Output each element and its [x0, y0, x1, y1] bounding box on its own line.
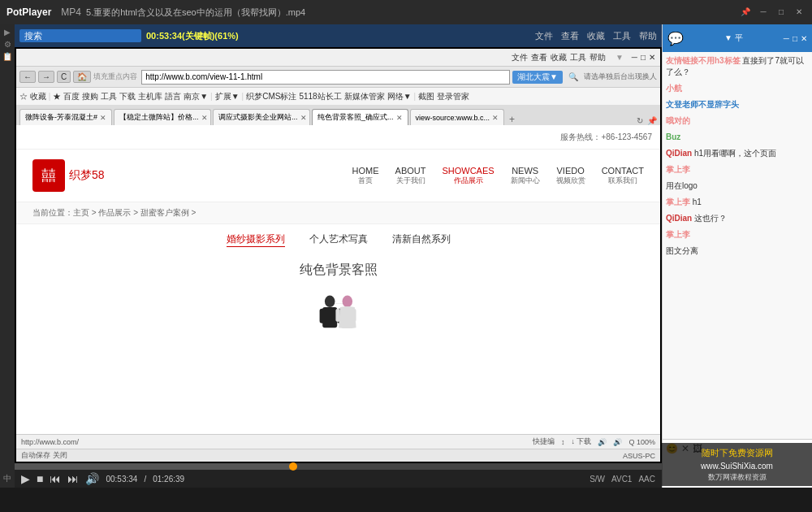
status-vol1[interactable]: 🔊	[598, 438, 607, 446]
tab-refresh-icon[interactable]: ↻	[637, 116, 643, 125]
chat-close[interactable]: ✕	[801, 34, 807, 43]
menu-news[interactable]: NEWS 新闻中心	[511, 166, 540, 186]
status-vol2[interactable]: 🔊	[613, 438, 622, 446]
browser-minimize[interactable]: ─	[632, 53, 637, 62]
menu-about[interactable]: ABOUT 关于我们	[395, 166, 426, 186]
browser-close[interactable]: ✕	[649, 53, 655, 62]
bm-baidu[interactable]: ★ 百度	[53, 91, 80, 102]
next-btn[interactable]: ⏭	[67, 472, 79, 485]
bm-ext[interactable]: 扩展▼	[215, 91, 240, 102]
breadcrumb-text: 当前位置：主页 > 作品展示 > 甜蜜客户案例 >	[32, 208, 196, 217]
menu-tools[interactable]: 工具	[613, 30, 631, 42]
right-panel: 💬 ▼ 平 ─ □ ✕ 友情链接不用h3标签 直接到了7就可以了么？ 小航 文登…	[662, 24, 812, 488]
bm-network[interactable]: 网络▼	[387, 91, 412, 102]
tab-1[interactable]: 微阵设备-芳泰混凝土# ✕	[19, 109, 112, 125]
msg-user-4: Buz	[666, 132, 680, 141]
tab-5[interactable]: view-source:www.b.c... ✕	[410, 109, 505, 125]
tab-2[interactable]: 【稳定土微阵站】价格... ✕	[114, 109, 211, 125]
tab-3-label: 调应式摄影美企业网站...	[218, 112, 298, 123]
stop-btn[interactable]: ■	[37, 472, 43, 485]
bm-lang[interactable]: 語言	[165, 91, 181, 102]
subnav-portrait[interactable]: 个人艺术写真	[309, 232, 368, 247]
tab-pin-icon[interactable]: 📌	[647, 116, 657, 125]
browser-menu-tools[interactable]: 工具	[570, 52, 586, 63]
progress-dot[interactable]	[289, 462, 297, 471]
sidebar-icon-3[interactable]: 📋	[2, 52, 12, 61]
home-btn[interactable]: 🏠	[73, 71, 91, 83]
sidebar-icon-4[interactable]: 中	[3, 473, 11, 484]
browser-menu-view[interactable]: 查看	[531, 52, 547, 63]
go-button[interactable]: 湖北大震▼	[512, 71, 563, 84]
site-image-area	[16, 285, 660, 350]
bm-screenshot[interactable]: 截图	[418, 91, 434, 102]
menu-file[interactable]: 文件	[535, 30, 553, 42]
maximize-btn[interactable]: □	[775, 6, 788, 19]
msg-user-6: 掌上李	[666, 165, 690, 174]
tab-1-close[interactable]: ✕	[100, 114, 106, 122]
address-input[interactable]	[141, 70, 510, 85]
menu-showcases[interactable]: SHOWCAES 作品展示	[442, 166, 494, 186]
subnav-wedding[interactable]: 婚纱摄影系列	[227, 232, 285, 247]
back-btn[interactable]: ←	[19, 71, 36, 83]
bm-download[interactable]: 下载	[119, 91, 136, 102]
browser-menu-help[interactable]: 帮助	[590, 52, 606, 63]
site-logo: 囍 织梦58	[32, 159, 105, 192]
tab-4[interactable]: 纯色背景客照_确应式... ✕	[312, 109, 408, 125]
tab-5-close[interactable]: ✕	[492, 114, 499, 122]
chat-minimize[interactable]: ─	[784, 34, 789, 43]
forward-btn[interactable]: →	[38, 71, 54, 83]
browser-statusbar: http://www.b.com/ 快捷编 ↕ ↓ 下载 🔊 🔊 Q 100%	[16, 434, 660, 449]
tab-3[interactable]: 调应式摄影美企业网站... ✕	[213, 109, 310, 125]
chat-icon-left[interactable]: 💬	[667, 31, 684, 46]
status-download[interactable]: ↓ 下载	[571, 436, 591, 447]
bm-login[interactable]: 登录管家	[437, 91, 469, 102]
bm-nanjing[interactable]: 南京▼	[184, 91, 208, 102]
bm-5118[interactable]: 5118站长工	[299, 91, 341, 102]
progress-bar[interactable]	[15, 463, 662, 470]
close-btn[interactable]: ✕	[793, 6, 806, 19]
sidebar-icon-2[interactable]: ⚙	[4, 40, 11, 49]
bm-cms[interactable]: 织梦CMS标注	[246, 91, 296, 102]
browser-menu-file[interactable]: 文件	[512, 52, 528, 63]
minimize-btn[interactable]: ─	[757, 6, 770, 19]
sidebar-icon-1[interactable]: ▶	[4, 28, 11, 37]
browser-bookmarks: ☆ 收藏 | ★ 百度 搜购 工具 下载 主机库 語言 南京▼ | 扩展▼ | …	[16, 88, 660, 106]
menu-help[interactable]: 帮助	[639, 30, 657, 42]
menu-video[interactable]: VIEDO 视频欣赏	[556, 166, 585, 186]
menu-home[interactable]: HOME 首页	[352, 166, 379, 186]
site-hotline: 服务热线：+86-123-4567	[560, 132, 652, 143]
tab-4-close[interactable]: ✕	[396, 114, 403, 122]
menu-collect[interactable]: 收藏	[587, 30, 605, 42]
bm-host[interactable]: 主机库	[138, 91, 162, 102]
browser-tabs: 微阵设备-芳泰混凝土# ✕ 【稳定土微阵站】价格... ✕ 调应式摄影美企业网站…	[16, 106, 660, 125]
window-controls[interactable]: 📌 ─ □ ✕	[739, 6, 806, 19]
bm-collect[interactable]: ☆ 收藏	[19, 91, 46, 102]
bm-media[interactable]: 新媒体管家	[344, 91, 385, 102]
search-icon[interactable]: 🔍	[568, 72, 578, 81]
menu-about-cn: 关于我们	[395, 176, 426, 186]
chat-msg-11: 图文分离	[666, 245, 809, 257]
menu-contact[interactable]: CONTACT 联系我们	[602, 166, 644, 186]
menu-view[interactable]: 查看	[561, 30, 579, 42]
chat-msg-6: 掌上李	[666, 164, 809, 176]
status-shortcut[interactable]: 快捷编	[533, 436, 555, 447]
tab-3-close[interactable]: ✕	[300, 114, 307, 122]
status-arrows[interactable]: ↕	[561, 438, 565, 446]
prev-btn[interactable]: ⏮	[50, 472, 61, 485]
tab-2-close[interactable]: ✕	[201, 114, 208, 122]
chat-title: ▼ 平	[687, 33, 780, 44]
bm-search[interactable]: 搜购	[82, 91, 98, 102]
svg-rect-6	[335, 308, 339, 321]
browser-maximize[interactable]: □	[641, 53, 646, 62]
msg-user-9: QiDian	[666, 214, 692, 223]
toolbar-search-input[interactable]	[19, 29, 141, 42]
new-tab-btn[interactable]: +	[509, 114, 515, 125]
chat-maximize[interactable]: □	[793, 34, 797, 43]
subnav-natural[interactable]: 清新自然系列	[392, 232, 451, 247]
play-pause-btn[interactable]: ▶	[21, 472, 30, 485]
browser-menu-collect[interactable]: 收藏	[551, 52, 567, 63]
pin-icon[interactable]: 📌	[739, 6, 752, 19]
refresh-btn[interactable]: C	[57, 71, 71, 83]
bm-tools[interactable]: 工具	[101, 91, 117, 102]
volume-btn[interactable]: 🔊	[85, 472, 99, 485]
